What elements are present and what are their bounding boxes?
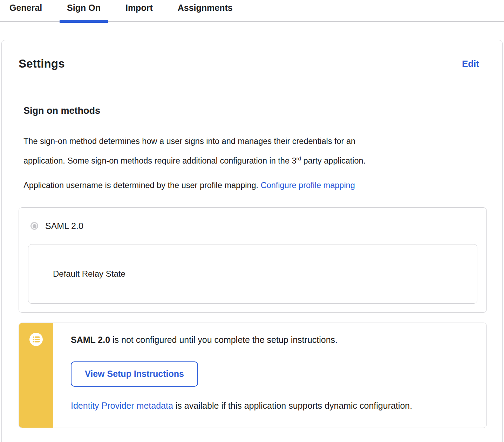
metadata-note-text: is available if this application support… — [173, 401, 412, 410]
tab-assignments[interactable]: Assignments — [178, 3, 233, 21]
callout-accent-strip — [19, 323, 53, 428]
username-mapping-text: Application username is determined by th… — [23, 181, 261, 190]
sign-on-methods-description: The sign-on method determines how a user… — [23, 132, 487, 170]
default-relay-state-label: Default Relay State — [53, 269, 125, 279]
description-line-2: application. Some sign-on methods requir… — [23, 156, 297, 165]
callout-message: SAML 2.0 is not configured until you com… — [71, 334, 472, 345]
configure-profile-mapping-link[interactable]: Configure profile mapping — [261, 181, 355, 190]
username-mapping-note: Application username is determined by th… — [23, 177, 487, 194]
default-relay-state-field: Default Relay State — [28, 244, 477, 304]
list-icon — [29, 333, 43, 346]
saml-radio-label: SAML 2.0 — [45, 221, 83, 231]
page-title: Settings — [19, 57, 65, 70]
callout-method-name: SAML 2.0 — [71, 335, 110, 345]
settings-card-header: Settings Edit — [19, 57, 487, 70]
tab-sign-on[interactable]: Sign On — [67, 3, 101, 21]
tab-import[interactable]: Import — [125, 3, 153, 21]
sign-on-methods-heading: Sign on methods — [23, 105, 487, 116]
saml-radio-row: SAML 2.0 — [30, 221, 486, 231]
metadata-note: Identity Provider metadata is available … — [71, 401, 472, 411]
app-tab-bar: General Sign On Import Assignments — [0, 0, 504, 22]
callout-message-text: is not configured until you complete the… — [110, 335, 338, 345]
identity-provider-metadata-link[interactable]: Identity Provider metadata — [71, 401, 173, 410]
saml-not-configured-callout: SAML 2.0 is not configured until you com… — [19, 323, 487, 428]
edit-link[interactable]: Edit — [462, 58, 479, 69]
description-line-1: The sign-on method determines how a user… — [23, 137, 355, 146]
description-line-2-end: party application. — [301, 156, 366, 165]
radio-dot — [33, 224, 36, 228]
ordinal-superscript: rd — [297, 156, 301, 161]
tab-general[interactable]: General — [9, 3, 42, 21]
saml-method-box: SAML 2.0 Default Relay State — [19, 207, 487, 313]
view-setup-instructions-button[interactable]: View Setup Instructions — [71, 361, 198, 387]
settings-card: Settings Edit Sign on methods The sign-o… — [1, 40, 503, 442]
callout-content: SAML 2.0 is not configured until you com… — [53, 323, 486, 428]
saml-radio-button[interactable] — [30, 222, 38, 230]
